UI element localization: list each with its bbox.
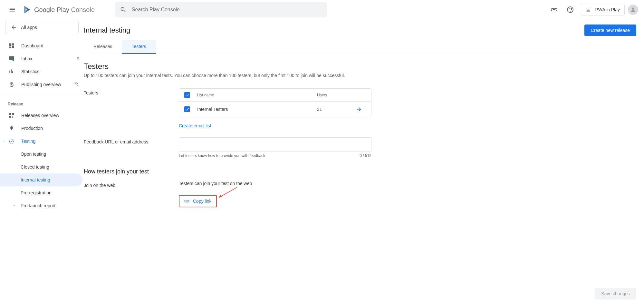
row-open-button[interactable] xyxy=(356,106,366,112)
section-title: Testers xyxy=(84,62,476,71)
sidebar-heading-release: Release xyxy=(0,99,84,109)
arrow-right-icon xyxy=(356,106,362,112)
annotation-arrow-icon xyxy=(216,187,239,200)
android-icon xyxy=(585,6,592,13)
all-apps-button[interactable]: All apps xyxy=(5,21,79,34)
app-selector-label: PWA in Play xyxy=(595,7,620,12)
feedback-input[interactable] xyxy=(179,137,371,152)
sidebar-item-dashboard[interactable]: Dashboard xyxy=(0,39,84,52)
join-row-label: Join on the web xyxy=(84,181,179,188)
tabs: Releases Testers xyxy=(84,40,636,54)
sync-off-icon xyxy=(73,82,79,87)
sidebar-item-production[interactable]: Production xyxy=(0,122,84,135)
clock-icon xyxy=(8,81,15,88)
row-list-name: Internal Testers xyxy=(197,107,317,112)
arrow-left-icon xyxy=(11,24,17,31)
sidebar: All apps Dashboard Inbox 9 Statistics Pu… xyxy=(0,19,84,239)
checkmark-icon xyxy=(185,107,189,112)
sidebar-item-pre-launch-report[interactable]: Pre-launch report xyxy=(0,199,84,212)
copy-link-label: Copy link xyxy=(193,199,212,204)
col-users: Users xyxy=(317,93,356,97)
feedback-field-label: Feedback URL or email address xyxy=(84,137,179,144)
row-users: 31 xyxy=(317,107,356,112)
sidebar-item-publishing[interactable]: Publishing overview xyxy=(0,78,84,91)
sidebar-item-closed-testing[interactable]: Closed testing xyxy=(0,161,84,173)
svg-point-2 xyxy=(13,59,14,61)
person-icon xyxy=(630,6,636,13)
help-icon xyxy=(566,6,574,14)
sidebar-item-testing[interactable]: Testing xyxy=(0,135,84,148)
hamburger-icon xyxy=(9,6,16,13)
select-all-checkbox[interactable] xyxy=(184,92,190,98)
sidebar-item-inbox[interactable]: Inbox 9 xyxy=(0,52,84,65)
feedback-hint: Let testers know how to provide you with… xyxy=(179,153,265,158)
row-checkbox[interactable] xyxy=(184,106,190,112)
link-button[interactable] xyxy=(548,3,561,16)
link-icon xyxy=(184,198,190,204)
search-input[interactable] xyxy=(131,6,322,13)
play-store-icon xyxy=(23,5,32,14)
feedback-counter: 0 / 512 xyxy=(360,153,371,158)
sidebar-item-releases-overview[interactable]: Releases overview xyxy=(0,109,84,122)
col-list-name: List name xyxy=(197,93,317,97)
testers-table: List name Users Internal Testers 3 xyxy=(179,88,371,117)
inbox-icon xyxy=(8,55,15,63)
create-release-button[interactable]: Create new release xyxy=(584,24,636,36)
sidebar-item-statistics[interactable]: Statistics xyxy=(0,65,84,78)
join-heading: How testers join your test xyxy=(84,168,476,175)
copy-link-button[interactable]: Copy link xyxy=(179,195,217,207)
main-content: Internal testing Create new release Rele… xyxy=(84,19,644,239)
logo[interactable]: Google Play Console xyxy=(23,5,95,14)
svg-point-1 xyxy=(589,10,590,10)
page-title: Internal testing xyxy=(84,26,130,34)
tab-testers[interactable]: Testers xyxy=(122,40,156,54)
sidebar-item-pre-registration[interactable]: Pre-registration xyxy=(0,186,84,199)
link-icon xyxy=(550,6,558,14)
chevron-down-icon xyxy=(2,139,6,143)
inbox-badge: 9 xyxy=(77,56,79,61)
menu-button[interactable] xyxy=(6,3,19,16)
sidebar-item-open-testing[interactable]: Open testing xyxy=(0,148,84,161)
account-avatar[interactable] xyxy=(628,5,638,15)
tab-releases[interactable]: Releases xyxy=(84,40,122,54)
rocket-icon xyxy=(8,124,15,132)
logo-text-a: Google Play xyxy=(34,6,69,13)
sidebar-item-internal-testing[interactable]: Internal testing xyxy=(0,173,82,186)
help-button[interactable] xyxy=(564,3,577,16)
section-help: Up to 100 testers can join your internal… xyxy=(84,73,476,78)
chevron-right-icon xyxy=(12,204,16,208)
create-email-list-link[interactable]: Create email list xyxy=(179,123,211,128)
checkmark-icon xyxy=(185,93,189,97)
grid-plus-icon xyxy=(8,112,15,119)
testers-field-label: Testers xyxy=(84,88,179,95)
bar-chart-icon xyxy=(8,68,15,75)
all-apps-label: All apps xyxy=(21,25,37,30)
svg-point-0 xyxy=(587,10,588,10)
logo-text-b: Console xyxy=(71,6,95,13)
join-row-text: Testers can join your test on the web xyxy=(179,181,371,186)
target-icon xyxy=(8,137,15,145)
dashboard-icon xyxy=(8,42,15,50)
search-box[interactable] xyxy=(115,2,327,17)
search-icon xyxy=(120,6,127,13)
app-selector[interactable]: PWA in Play xyxy=(580,4,625,15)
table-row: Internal Testers 31 xyxy=(179,102,371,117)
